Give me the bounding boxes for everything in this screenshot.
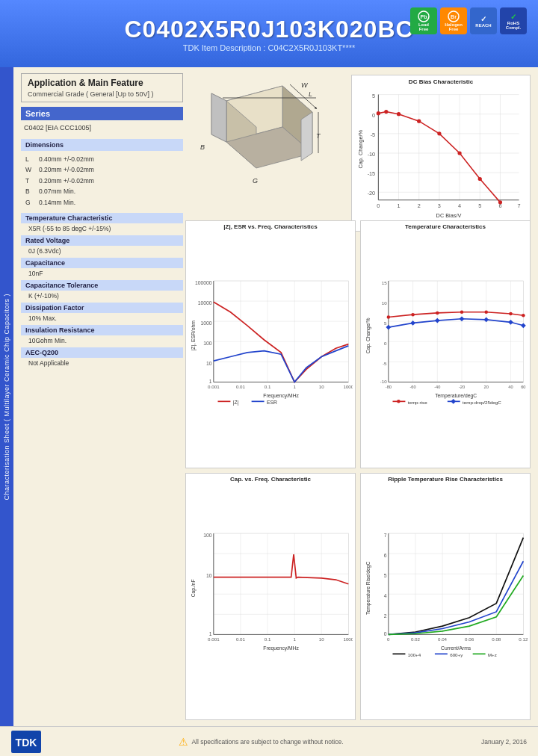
svg-point-119 [509,312,513,316]
svg-text:20: 20 [484,385,489,389]
app-feature-desc: Commercial Grade ( General [Up to 50V] ) [28,90,176,98]
svg-text:1000: 1000 [343,384,353,389]
reach-badge: ✓ REACH [470,7,497,34]
svg-text:W: W [301,81,309,89]
svg-text:5: 5 [384,572,387,577]
svg-text:M+z: M+z [488,651,497,657]
svg-text:0.08: 0.08 [492,636,501,642]
app-feature-title: Application & Main Feature [28,78,176,88]
svg-text:-10: -10 [380,379,388,384]
svg-point-114 [387,315,391,319]
temperature-title: Temperature Characteristics [363,223,528,230]
svg-point-57 [498,200,502,204]
svg-text:1: 1 [398,202,401,209]
svg-text:15: 15 [382,280,387,285]
svg-text:0.04: 0.04 [438,636,448,642]
svg-point-120 [522,314,525,317]
svg-text:-5: -5 [383,361,387,366]
svg-point-54 [437,131,441,135]
svg-text:-5: -5 [371,131,376,138]
svg-text:5: 5 [478,202,481,209]
capacitance-value: 10nF [21,269,183,278]
svg-text:DC Bias/V: DC Bias/V [436,212,462,219]
dimensions-title: Dimensions [25,141,179,149]
svg-text:0.001: 0.001 [208,636,220,642]
impedance-chart: |Z|, ESR vs. Freq. Characteristics 10000… [185,220,356,468]
lead-free-badge: Pb LeadFree [410,7,437,34]
series-label: Series [21,107,183,120]
footer-notice: ⚠ All specifications are subject to chan… [179,736,343,748]
svg-text:2: 2 [384,613,387,618]
svg-text:0: 0 [372,112,375,119]
cap-tolerance-label: Capacitance Tolerance [21,280,183,291]
svg-rect-58 [214,281,349,382]
footer-date: January 2, 2016 [481,738,527,746]
svg-text:10: 10 [206,572,212,577]
impedance-svg: 100000 10000 1000 100 10 1 0.001 0.01 0.… [188,231,353,453]
insulation-label: Insulation Resistance [21,325,183,335]
svg-text:10: 10 [382,300,387,306]
svg-text:-80: -80 [386,385,392,389]
svg-text:0.01: 0.01 [236,384,246,389]
ripple-title: Ripple Temperature Rise Characteristics [363,476,528,483]
svg-text:-10: -10 [368,151,376,158]
svg-point-53 [417,120,421,123]
bottom-charts-grid: |Z|, ESR vs. Freq. Characteristics 10000… [185,220,531,720]
halogen-free-badge: Br HalogenFree [440,7,467,34]
svg-rect-134 [214,533,349,634]
svg-text:1: 1 [209,379,212,384]
svg-text:Temperature/degC: Temperature/degC [435,393,477,399]
tdk-logo-svg: TDK [11,731,41,753]
svg-point-118 [484,310,488,314]
svg-text:0: 0 [384,341,387,346]
svg-point-55 [457,151,461,155]
dimensions-section: Dimensions [21,139,183,151]
svg-text:0.1: 0.1 [265,384,271,389]
product-subtitle: TDK Item Description : C04C2X5R0J103KT**… [124,43,413,52]
svg-text:0: 0 [384,630,387,636]
dissipation-label: Dissipation Factor [21,303,183,313]
warning-icon: ⚠ [179,736,188,748]
svg-text:5: 5 [372,93,375,99]
cap-freq-chart: Cap. vs. Freq. Characteristic 100 10 1 0… [185,473,356,721]
svg-text:3: 3 [438,202,441,209]
capacitance-label: Capacitance [21,258,183,268]
svg-text:1: 1 [293,384,296,389]
svg-text:-15: -15 [368,170,376,177]
temperature-chart: Temperature Characteristics 15 10 5 0 -5… [360,220,531,468]
rated-voltage-value: 0J (6.3Vdc) [21,247,183,255]
svg-text:1: 1 [209,630,212,636]
cap-freq-title: Cap. vs. Freq. Characteristic [188,476,353,483]
svg-text:Br: Br [451,14,457,19]
svg-text:40: 40 [508,385,513,389]
svg-text:-20: -20 [459,385,465,389]
ripple-svg: 7 6 5 4 2 0 0 0.02 0.04 0.06 0.08 0.12 C… [363,483,528,706]
svg-text:TDK: TDK [16,737,37,749]
svg-marker-132 [451,399,456,404]
svg-text:100: 100 [203,532,212,537]
footer-notice-text: All specifications are subject to change… [191,738,343,746]
side-label-bar: Characterisation Sheet ( Multilayer Cera… [0,67,13,726]
component-svg: W L T B G [185,71,324,202]
svg-text:7: 7 [518,202,521,209]
svg-text:5: 5 [384,320,387,326]
svg-point-52 [397,112,401,116]
svg-text:|Z|, ESR/ohm: |Z|, ESR/ohm [191,320,197,351]
svg-text:Cap. Change/%: Cap. Change/% [365,318,371,354]
svg-text:|Z|: |Z| [233,400,239,406]
svg-marker-10 [211,93,226,142]
spec-section: Temperature Characteristic X5R (-55 to 8… [21,213,183,368]
svg-text:6: 6 [384,552,387,557]
svg-text:Current/Arms: Current/Arms [441,645,471,650]
rated-voltage-label: Rated Voltage [21,235,183,246]
svg-text:Cap. Change/%: Cap. Change/% [357,130,364,169]
svg-text:-20: -20 [368,190,376,196]
temperature-svg: 15 10 5 0 -5 -10 -80 -60 -40 -20 20 40 6… [363,231,528,453]
insulation-value: 10Gohm Min. [21,336,183,345]
svg-text:Cap./nF: Cap./nF [191,579,197,597]
svg-text:10: 10 [319,636,324,642]
cap-freq-svg: 100 10 1 0.001 0.01 0.1 1 10 1000 Freque… [188,483,353,706]
svg-text:1: 1 [293,636,296,642]
svg-text:10: 10 [206,361,212,366]
svg-text:B: B [200,143,205,151]
